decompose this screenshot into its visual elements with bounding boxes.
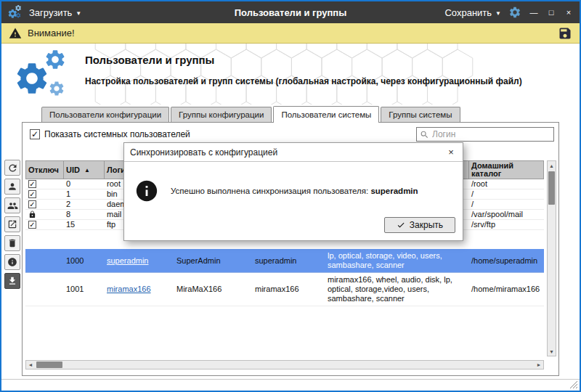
v-scroll-thumb[interactable] <box>548 171 555 205</box>
user-icon <box>7 181 17 192</box>
cell-uid: 1001 <box>63 273 104 306</box>
cell-home: /root <box>468 179 544 189</box>
tab-system-groups[interactable]: Группы системы <box>381 107 460 122</box>
cell-uid: 2 <box>63 200 104 209</box>
trash-icon <box>7 238 17 248</box>
load-dropdown[interactable]: Загрузить ▼ <box>29 7 81 18</box>
check-icon: ✓ <box>29 189 35 199</box>
dialog-message-text: Успешно выполнена синхронизация пользова… <box>171 187 370 195</box>
cell-display-name: superadmin <box>252 249 325 272</box>
content-area: ✓ Показать системных пользователей Отклю… <box>1 122 580 379</box>
app-window: Загрузить ▼ Пользователи и группы Сохран… <box>0 0 581 392</box>
table-row-selected[interactable]: 1000 superadmin SuperAdmin superadmin lp… <box>25 249 544 273</box>
save-dropdown[interactable]: Сохранить ▼ <box>444 7 501 18</box>
minimize-button[interactable]: — <box>529 8 539 17</box>
user-info-button[interactable] <box>4 254 20 270</box>
user-groups-button[interactable] <box>4 197 20 213</box>
cell-home: /var/spool/mail <box>468 210 544 219</box>
scroll-left-button[interactable]: ◄ <box>26 361 35 369</box>
vertical-scrollbar[interactable]: ▲ ▼ <box>547 160 556 356</box>
check-icon: ✓ <box>29 200 35 209</box>
cell-uid: 1000 <box>63 249 104 272</box>
download-user-button[interactable] <box>4 273 20 289</box>
cell-uid: 15 <box>63 220 104 229</box>
warning-text: Внимание! <box>28 28 75 38</box>
cell-disabled <box>25 273 63 306</box>
header-uid[interactable]: UID ▲ <box>64 161 105 179</box>
refresh-button[interactable] <box>4 160 20 176</box>
cell-display-name: miramax166 <box>252 273 325 306</box>
table-row[interactable]: 1001 miramax166 MiraMaX166 miramax166 mi… <box>25 273 544 306</box>
app-logo-gears-icon <box>7 4 23 20</box>
login-link[interactable]: superadmin <box>107 256 148 266</box>
row-disabled-checkbox[interactable]: ✓ <box>28 221 36 229</box>
delete-user-button[interactable] <box>4 235 20 251</box>
tab-config-groups[interactable]: Группы конфигурации <box>171 107 272 122</box>
users-icon <box>7 200 18 211</box>
save-file-icon[interactable] <box>558 26 572 41</box>
cell-login: miramax166 <box>104 273 174 306</box>
tab-system-users[interactable]: Пользователи системы <box>273 106 379 123</box>
user-card-button[interactable] <box>4 179 20 195</box>
dialog-close-icon[interactable]: × <box>445 147 457 158</box>
cell-home: / <box>468 189 544 199</box>
row-disabled-checkbox[interactable]: ✓ <box>28 180 36 188</box>
cell-home: /home/miramax166 <box>468 273 544 306</box>
cell-full-name: SuperAdmin <box>174 249 252 272</box>
scroll-right-button[interactable]: ► <box>535 361 543 369</box>
filter-row: ✓ Показать системных пользователей <box>23 123 558 143</box>
caret-down-icon: ▼ <box>495 10 501 17</box>
side-toolbar <box>4 160 22 289</box>
export-user-button[interactable] <box>4 216 20 232</box>
check-icon: ✓ <box>31 129 38 139</box>
h-scroll-thumb[interactable] <box>36 362 62 368</box>
header-disabled[interactable]: Отключ <box>26 161 64 179</box>
save-dropdown-label: Сохранить <box>444 7 492 18</box>
cell-disabled <box>25 210 63 219</box>
sync-dialog: Синхронизировать с конфигурацией × Успеш… <box>123 142 463 241</box>
header-home[interactable]: Домашний каталог <box>469 161 543 179</box>
cell-uid: 8 <box>63 210 104 219</box>
resize-grip[interactable] <box>569 380 578 389</box>
check-icon: ✓ <box>29 220 35 229</box>
warning-icon <box>9 27 22 40</box>
show-system-users-checkbox[interactable]: ✓ <box>30 129 40 139</box>
dialog-titlebar: Синхронизировать с конфигурацией × <box>124 143 463 162</box>
settings-gear-icon[interactable] <box>508 6 521 19</box>
sort-ascending-icon: ▲ <box>84 166 90 174</box>
cell-groups: miramax166, wheel, audio, disk, lp, opti… <box>325 273 468 306</box>
cell-disabled <box>25 249 63 272</box>
login-link[interactable]: miramax166 <box>107 285 151 294</box>
download-icon <box>7 276 17 286</box>
page-subtitle: Настройка пользователей и групп системы … <box>85 76 522 86</box>
dialog-message: Успешно выполнена синхронизация пользова… <box>171 187 418 195</box>
cell-disabled: ✓ <box>25 200 63 209</box>
row-disabled-checkbox[interactable]: ✓ <box>28 190 36 198</box>
info-icon <box>134 179 159 203</box>
search-icon <box>420 130 429 139</box>
titlebar: Загрузить ▼ Пользователи и группы Сохран… <box>1 1 580 23</box>
tab-config-users[interactable]: Пользователи конфигурации <box>41 107 169 122</box>
cell-groups: lp, optical, storage, video, users, samb… <box>325 249 468 272</box>
info-icon <box>7 257 17 267</box>
maximize-button[interactable]: □ <box>546 8 556 17</box>
check-icon: ✓ <box>29 179 35 189</box>
dialog-message-username: superadmin <box>370 187 418 195</box>
account-locked-icon <box>28 211 36 219</box>
row-disabled-checkbox[interactable]: ✓ <box>28 200 36 208</box>
dialog-title: Синхронизировать с конфигурацией <box>130 147 277 158</box>
header-uid-label: UID <box>66 166 80 174</box>
horizontal-scrollbar[interactable]: ◄ ► <box>25 360 544 369</box>
cell-home: /srv/ftp <box>468 220 544 229</box>
cell-disabled: ✓ <box>25 189 63 199</box>
search-box <box>416 127 554 142</box>
page-title: Пользователи и группы <box>85 54 522 66</box>
scroll-up-button[interactable]: ▲ <box>548 161 556 170</box>
scroll-down-button[interactable]: ▼ <box>548 347 556 356</box>
search-input[interactable] <box>432 129 550 139</box>
cell-login: superadmin <box>104 249 174 272</box>
cell-uid: 0 <box>63 179 104 189</box>
close-button[interactable]: × <box>564 8 574 17</box>
refresh-icon <box>7 163 18 173</box>
dialog-close-button[interactable]: Закрыть <box>384 217 455 233</box>
